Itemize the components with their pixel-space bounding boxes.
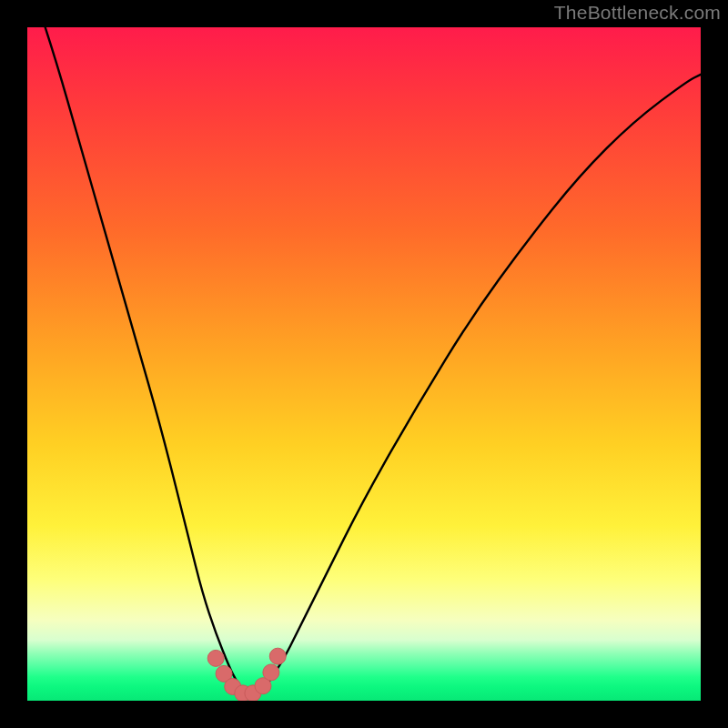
bottleneck-curve	[27, 27, 701, 694]
marker-dot	[269, 648, 286, 664]
marker-dot	[263, 664, 279, 681]
plot-area	[27, 27, 701, 701]
chart-frame: TheBottleneck.com	[0, 0, 728, 728]
watermark-text: TheBottleneck.com	[554, 2, 721, 24]
chart-svg	[27, 27, 701, 701]
marker-dot	[207, 650, 224, 666]
highlight-markers	[207, 648, 286, 701]
